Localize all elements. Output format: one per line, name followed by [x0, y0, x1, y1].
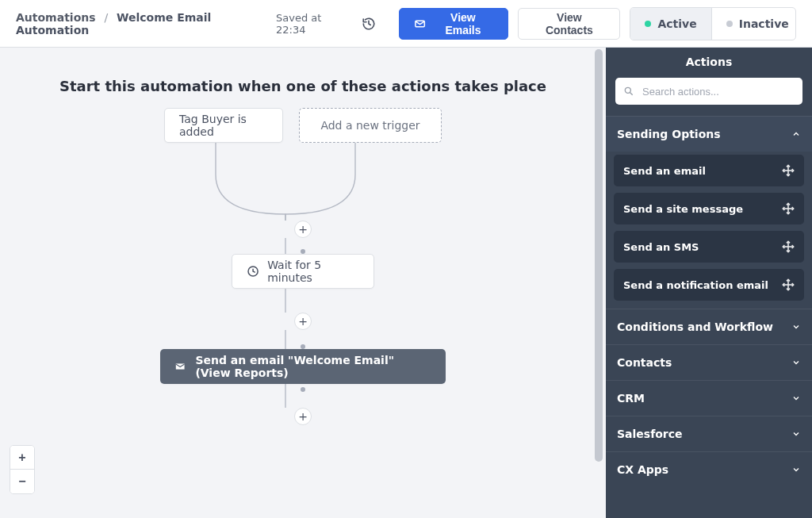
chevron-up-icon — [791, 129, 801, 139]
chevron-down-icon — [791, 322, 801, 332]
move-icon — [782, 164, 795, 177]
category-label: Salesforce — [617, 428, 683, 440]
clock-icon — [247, 264, 259, 278]
add-step-button-2[interactable]: + — [294, 313, 312, 330]
category-label: Conditions and Workflow — [617, 320, 773, 333]
add-trigger-label: Add a new trigger — [320, 119, 419, 132]
connector-dot — [301, 387, 305, 392]
search-input[interactable] — [641, 85, 795, 98]
sending-options-items: Send an email Send a site message Send a… — [606, 152, 812, 309]
category-cx-apps[interactable]: CX Apps — [606, 451, 812, 487]
breadcrumb-separator: / — [104, 11, 108, 24]
action-label: Send an email — [623, 165, 706, 177]
svg-line-7 — [630, 92, 632, 94]
search-actions[interactable] — [615, 78, 802, 105]
breadcrumb-section[interactable]: Automations — [16, 11, 96, 24]
breadcrumb: Automations / Welcome Email Automation — [16, 11, 276, 36]
canvas-scrollbar[interactable] — [593, 48, 604, 518]
category-label: CX Apps — [617, 463, 668, 476]
status-toggle: Active Inactive — [630, 7, 796, 40]
trigger-node-label: Tag Buyer is added — [179, 113, 268, 138]
mail-icon — [414, 17, 426, 30]
saved-status: Saved at 22:34 — [276, 12, 351, 36]
action-label: Send a site message — [623, 203, 743, 215]
chevron-down-icon — [791, 465, 801, 474]
zoom-controls: + − — [10, 445, 35, 494]
status-inactive-toggle[interactable]: Inactive — [712, 8, 796, 40]
action-label: Send an SMS — [623, 241, 699, 253]
category-salesforce[interactable]: Salesforce — [606, 416, 812, 451]
search-icon — [623, 86, 634, 97]
wait-node-label: Wait for 5 minutes — [267, 259, 359, 284]
scrollbar-thumb[interactable] — [595, 49, 603, 462]
trigger-row: Tag Buyer is added Add a new trigger — [0, 108, 606, 143]
chevron-down-icon — [791, 393, 801, 403]
chevron-down-icon — [791, 429, 801, 439]
category-crm[interactable]: CRM — [606, 380, 812, 416]
status-active-label: Active — [657, 17, 696, 30]
trigger-node[interactable]: Tag Buyer is added — [164, 108, 283, 143]
automation-canvas[interactable]: Start this automation when one of these … — [0, 48, 606, 518]
add-step-button-3[interactable]: + — [294, 408, 312, 425]
view-emails-label: View Emails — [433, 11, 494, 36]
add-step-button-1[interactable]: + — [294, 221, 312, 238]
category-conditions[interactable]: Conditions and Workflow — [606, 309, 812, 344]
status-inactive-label: Inactive — [739, 17, 789, 30]
category-label: CRM — [617, 392, 645, 405]
status-dot-green — [645, 21, 651, 27]
view-contacts-label: View Contacts — [533, 11, 605, 36]
action-send-sms[interactable]: Send an SMS — [614, 231, 804, 263]
add-trigger-node[interactable]: Add a new trigger — [299, 108, 442, 143]
move-icon — [782, 240, 795, 253]
svg-point-6 — [625, 87, 630, 93]
chevron-down-icon — [791, 358, 801, 367]
action-label: Send a notification email — [623, 279, 768, 291]
action-send-email[interactable]: Send an email — [614, 155, 804, 186]
status-active-toggle[interactable]: Active — [630, 8, 711, 40]
header-bar: Automations / Welcome Email Automation S… — [0, 0, 812, 48]
view-emails-button[interactable]: View Emails — [399, 8, 508, 40]
zoom-in-button[interactable]: + — [10, 446, 34, 470]
action-send-site-message[interactable]: Send a site message — [614, 193, 804, 224]
history-icon[interactable] — [359, 13, 379, 34]
actions-sidebar: Actions Sending Options Send an email Se… — [606, 48, 812, 518]
send-email-node[interactable]: Send an email "Welcome Email" (View Repo… — [160, 349, 446, 384]
wait-node[interactable]: Wait for 5 minutes — [232, 254, 374, 289]
view-contacts-button[interactable]: View Contacts — [518, 8, 620, 40]
mail-icon — [174, 359, 186, 374]
category-sending-options[interactable]: Sending Options — [606, 116, 812, 152]
sidebar-title: Actions — [606, 48, 812, 78]
send-email-label: Send an email "Welcome Email" (View Repo… — [195, 354, 431, 379]
status-dot-grey — [726, 21, 733, 27]
canvas-heading: Start this automation when one of these … — [0, 78, 606, 94]
move-icon — [782, 278, 795, 291]
category-label: Sending Options — [617, 128, 721, 140]
category-contacts[interactable]: Contacts — [606, 344, 812, 380]
zoom-out-button[interactable]: − — [10, 470, 34, 493]
category-label: Contacts — [617, 356, 672, 369]
action-send-notification-email[interactable]: Send a notification email — [614, 269, 804, 301]
move-icon — [782, 202, 795, 215]
